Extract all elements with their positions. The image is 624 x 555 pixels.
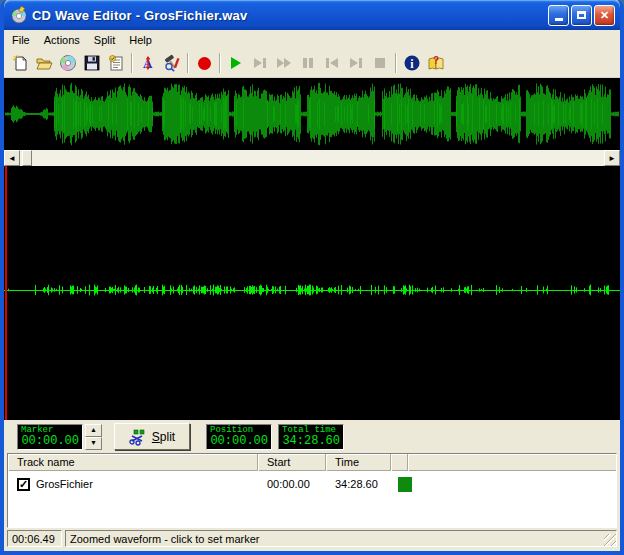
status-bar: 00:06.49 Zoomed waveform - click to set … <box>4 528 620 549</box>
resize-grip[interactable] <box>604 534 616 546</box>
info-button[interactable]: i <box>400 51 424 75</box>
next-marker-button[interactable] <box>248 51 272 75</box>
position-display: Position 00:00.00 <box>206 424 272 450</box>
save-icon <box>83 54 101 72</box>
next-track-button[interactable] <box>344 51 368 75</box>
track-checkbox[interactable]: ✓ <box>17 478 30 491</box>
pause-icon <box>299 54 317 72</box>
position-value: 00:00.00 <box>210 435 268 448</box>
menu-actions[interactable]: Actions <box>37 32 87 48</box>
svg-text:?: ? <box>433 55 439 66</box>
previous-track-button[interactable] <box>320 51 344 75</box>
toolbar: A <box>4 49 620 78</box>
title-bar: CD Wave Editor - GrosFichier.wav ✕ <box>4 0 620 30</box>
next-track-icon <box>347 54 365 72</box>
total-time-value: 34:28.60 <box>282 435 340 448</box>
scrollbar-thumb[interactable] <box>22 150 32 166</box>
menu-file[interactable]: File <box>5 32 37 48</box>
track-start: 00:00.00 <box>258 478 326 490</box>
app-window: CD Wave Editor - GrosFichier.wav ✕ File … <box>0 0 624 555</box>
menu-split[interactable]: Split <box>87 32 122 48</box>
stop-button[interactable] <box>368 51 392 75</box>
menu-bar: File Actions Split Help <box>4 30 620 49</box>
maximize-button[interactable] <box>571 5 592 26</box>
window-title: CD Wave Editor - GrosFichier.wav <box>32 8 548 23</box>
new-file-icon <box>11 54 29 72</box>
close-button[interactable]: ✕ <box>594 5 615 26</box>
minimize-button[interactable] <box>548 5 569 26</box>
options-button[interactable] <box>160 51 184 75</box>
play-button[interactable] <box>224 51 248 75</box>
waveform-scrollbar[interactable]: ◄ ► <box>4 150 620 166</box>
track-time: 34:28.60 <box>326 478 391 490</box>
split-scissors-icon <box>129 428 147 446</box>
fast-forward-button[interactable] <box>272 51 296 75</box>
track-color-swatch <box>398 477 412 492</box>
save-button[interactable] <box>80 51 104 75</box>
toolbar-separator <box>395 53 397 73</box>
help-button[interactable]: ? <box>424 51 448 75</box>
column-header-blank <box>391 454 408 471</box>
scrollbar-track[interactable] <box>20 150 604 166</box>
stop-icon <box>371 54 389 72</box>
status-message: Zoomed waveform - click to set marker <box>65 530 617 547</box>
column-header-start[interactable]: Start <box>258 454 326 471</box>
total-time-display: Total time 34:28.60 <box>278 424 344 450</box>
table-row[interactable]: ✓ GrosFichier 00:00.00 34:28.60 <box>8 474 616 494</box>
column-header-track-name[interactable]: Track name <box>8 454 258 471</box>
zoomed-waveform[interactable] <box>4 166 620 420</box>
scroll-right-button[interactable]: ► <box>604 150 620 166</box>
marker-position-line <box>5 166 7 420</box>
toolbar-separator <box>219 53 221 73</box>
marker-spin-down-button[interactable]: ▼ <box>85 437 102 450</box>
open-cd-button[interactable] <box>56 51 80 75</box>
split-button[interactable]: Split <box>114 423 190 450</box>
marker-value: 00:00.00 <box>21 435 79 448</box>
marker-spinner: ▲ ▼ <box>85 424 102 450</box>
track-list-header: Track name Start Time <box>8 454 616 471</box>
file-info-icon <box>107 54 125 72</box>
marker-zoom-icon: A <box>139 54 157 72</box>
column-header-time[interactable]: Time <box>326 454 391 471</box>
pause-button[interactable] <box>296 51 320 75</box>
toolbar-separator <box>131 53 133 73</box>
options-icon <box>163 54 181 72</box>
menu-help[interactable]: Help <box>122 32 159 48</box>
record-button[interactable] <box>192 51 216 75</box>
record-icon <box>198 57 211 70</box>
new-file-button[interactable] <box>8 51 32 75</box>
marker-display: Marker 00:00.00 <box>17 424 83 450</box>
waveform-overview[interactable] <box>4 78 620 150</box>
track-name: GrosFichier <box>36 478 93 490</box>
open-cd-icon <box>59 54 77 72</box>
open-file-button[interactable] <box>32 51 56 75</box>
marker-zoom-button[interactable]: A <box>136 51 160 75</box>
marker-spin-up-button[interactable]: ▲ <box>85 424 102 437</box>
open-file-icon <box>35 54 53 72</box>
play-icon <box>227 54 245 72</box>
status-time: 00:06.49 <box>7 530 62 547</box>
help-icon: ? <box>427 54 445 72</box>
previous-track-icon <box>323 54 341 72</box>
file-info-button[interactable] <box>104 51 128 75</box>
column-header-filler <box>408 454 616 471</box>
controls-bar: Marker 00:00.00 ▲ ▼ Split Position 00:00… <box>4 420 620 453</box>
scroll-left-button[interactable]: ◄ <box>4 150 20 166</box>
fast-forward-icon <box>275 54 293 72</box>
next-marker-icon <box>251 54 269 72</box>
toolbar-separator <box>187 53 189 73</box>
track-list: Track name Start Time ✓ GrosFichier 00:0… <box>7 453 617 528</box>
info-icon: i <box>403 54 421 72</box>
app-icon <box>10 6 28 24</box>
